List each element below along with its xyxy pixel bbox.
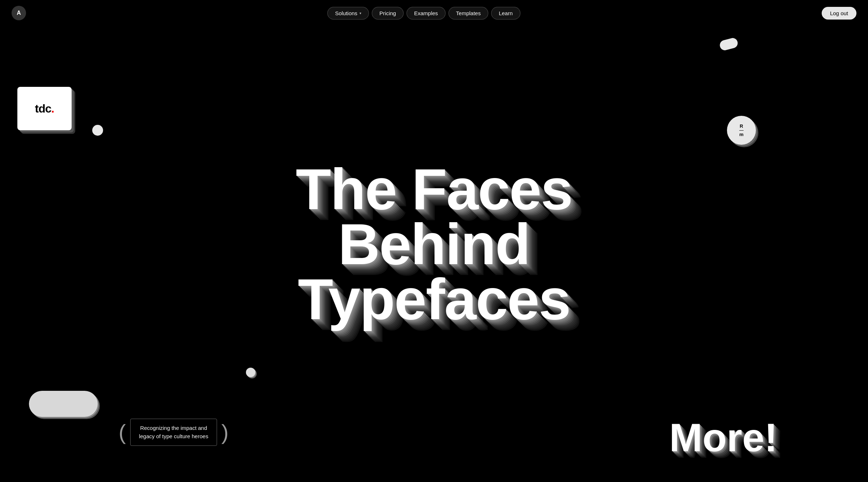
navigation: A Solutions ▾ Pricing Examples Templates… <box>0 0 868 26</box>
decorative-circle-bottom <box>246 368 255 377</box>
rm-badge: R m <box>727 116 756 145</box>
pricing-label: Pricing <box>379 10 396 16</box>
hero-title: The Faces Behind Typefaces <box>43 162 825 327</box>
nav-templates-button[interactable]: Templates <box>448 7 488 20</box>
rm-divider <box>739 130 744 131</box>
hero-description-text: Recognizing the impact and legacy of typ… <box>138 424 209 440</box>
user-avatar[interactable]: A <box>12 6 26 20</box>
hero-description-area: ( Recognizing the impact and legacy of t… <box>123 419 224 446</box>
hero-section: tdc. R m The Faces Behind Typefaces ( Re… <box>0 0 868 482</box>
decorative-pill-top <box>719 37 739 51</box>
templates-label: Templates <box>456 10 481 16</box>
logout-button[interactable]: Log out <box>822 7 856 20</box>
tdc-logo-text: tdc. <box>35 102 54 115</box>
learn-label: Learn <box>499 10 512 16</box>
tdc-badge: tdc. <box>17 87 72 130</box>
nav-links: Solutions ▾ Pricing Examples Templates L… <box>327 7 520 20</box>
nav-solutions-button[interactable]: Solutions ▾ <box>327 7 369 20</box>
bracket-right-icon: ) <box>221 422 229 443</box>
nav-pricing-button[interactable]: Pricing <box>372 7 404 20</box>
decorative-pill-large <box>29 391 98 417</box>
tdc-dot: . <box>51 102 54 115</box>
decorative-circle-small <box>92 125 103 136</box>
examples-label: Examples <box>414 10 438 16</box>
nav-learn-button[interactable]: Learn <box>491 7 520 20</box>
hero-title-block: The Faces Behind Typefaces <box>43 162 825 327</box>
chevron-down-icon: ▾ <box>359 11 361 15</box>
bracket-left-icon: ( <box>119 422 126 443</box>
hero-title-line3: Typefaces <box>298 267 570 331</box>
solutions-label: Solutions <box>335 10 357 16</box>
hero-more-text[interactable]: More! <box>669 414 778 460</box>
rm-top-letter: R <box>740 123 743 129</box>
rm-bottom-letter: m <box>739 132 744 138</box>
hero-more-wrapper: More! <box>669 414 778 460</box>
nav-examples-button[interactable]: Examples <box>407 7 446 20</box>
